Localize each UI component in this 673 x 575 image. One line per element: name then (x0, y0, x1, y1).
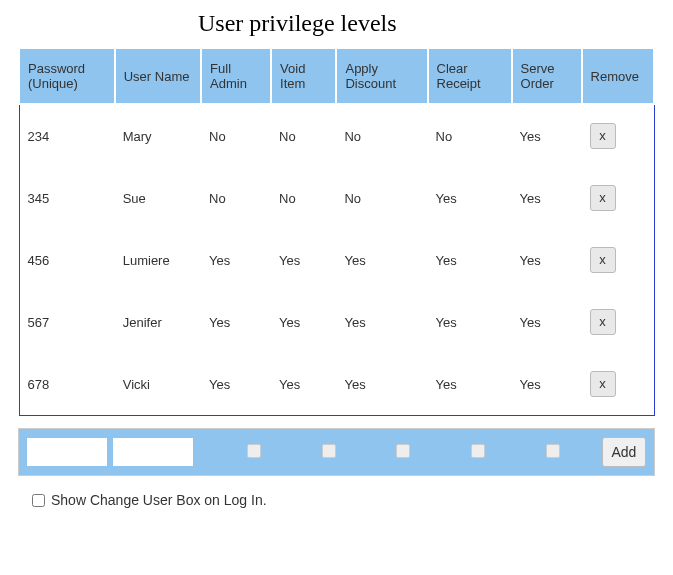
cell-user: Sue (115, 167, 201, 229)
col-clear-receipt: Clear Receipt (428, 48, 512, 104)
cell-user: Vicki (115, 353, 201, 416)
cell-password: 345 (19, 167, 115, 229)
table-row: 456 Lumiere Yes Yes Yes Yes Yes x (19, 229, 654, 291)
cell-clear-receipt: Yes (428, 229, 512, 291)
cell-apply-discount: No (336, 104, 427, 167)
cell-full-admin: Yes (201, 353, 271, 416)
add-password-input[interactable] (27, 438, 107, 466)
cell-void-item: Yes (271, 291, 336, 353)
add-full-admin-checkbox[interactable] (247, 444, 261, 458)
remove-button[interactable]: x (590, 123, 616, 149)
cell-serve-order: Yes (512, 291, 582, 353)
privilege-table: Password (Unique) User Name Full Admin V… (18, 47, 655, 416)
col-serve-order: Serve Order (512, 48, 582, 104)
cell-full-admin: No (201, 104, 271, 167)
add-apply-discount-checkbox[interactable] (396, 444, 410, 458)
table-row: 234 Mary No No No No Yes x (19, 104, 654, 167)
cell-void-item: No (271, 104, 336, 167)
remove-button[interactable]: x (590, 371, 616, 397)
cell-clear-receipt: Yes (428, 167, 512, 229)
cell-password: 234 (19, 104, 115, 167)
cell-serve-order: Yes (512, 167, 582, 229)
cell-serve-order: Yes (512, 353, 582, 416)
remove-button[interactable]: x (590, 309, 616, 335)
cell-void-item: Yes (271, 229, 336, 291)
table-row: 567 Jenifer Yes Yes Yes Yes Yes x (19, 291, 654, 353)
show-change-user-checkbox[interactable] (32, 494, 45, 507)
col-full-admin: Full Admin (201, 48, 271, 104)
add-button[interactable]: Add (602, 437, 646, 467)
cell-user: Mary (115, 104, 201, 167)
table-header-row: Password (Unique) User Name Full Admin V… (19, 48, 654, 104)
page-title: User privilege levels (18, 10, 655, 37)
option-label: Show Change User Box on Log In. (51, 492, 267, 508)
add-serve-order-checkbox[interactable] (546, 444, 560, 458)
add-username-input[interactable] (113, 438, 193, 466)
cell-full-admin: Yes (201, 229, 271, 291)
cell-apply-discount: No (336, 167, 427, 229)
cell-password: 456 (19, 229, 115, 291)
col-apply-discount: Apply Discount (336, 48, 427, 104)
add-user-row: Add (18, 428, 655, 476)
cell-user: Jenifer (115, 291, 201, 353)
cell-user: Lumiere (115, 229, 201, 291)
cell-serve-order: Yes (512, 229, 582, 291)
remove-button[interactable]: x (590, 185, 616, 211)
remove-button[interactable]: x (590, 247, 616, 273)
cell-void-item: Yes (271, 353, 336, 416)
cell-password: 567 (19, 291, 115, 353)
cell-apply-discount: Yes (336, 291, 427, 353)
cell-password: 678 (19, 353, 115, 416)
cell-full-admin: No (201, 167, 271, 229)
cell-clear-receipt: No (428, 104, 512, 167)
table-row: 678 Vicki Yes Yes Yes Yes Yes x (19, 353, 654, 416)
cell-clear-receipt: Yes (428, 291, 512, 353)
col-void-item: Void Item (271, 48, 336, 104)
cell-apply-discount: Yes (336, 353, 427, 416)
col-user-name: User Name (115, 48, 201, 104)
cell-apply-discount: Yes (336, 229, 427, 291)
col-remove: Remove (582, 48, 654, 104)
cell-void-item: No (271, 167, 336, 229)
cell-clear-receipt: Yes (428, 353, 512, 416)
cell-serve-order: Yes (512, 104, 582, 167)
cell-full-admin: Yes (201, 291, 271, 353)
add-clear-receipt-checkbox[interactable] (471, 444, 485, 458)
table-row: 345 Sue No No No Yes Yes x (19, 167, 654, 229)
option-row: Show Change User Box on Log In. (18, 492, 655, 508)
col-password: Password (Unique) (19, 48, 115, 104)
add-void-item-checkbox[interactable] (322, 444, 336, 458)
